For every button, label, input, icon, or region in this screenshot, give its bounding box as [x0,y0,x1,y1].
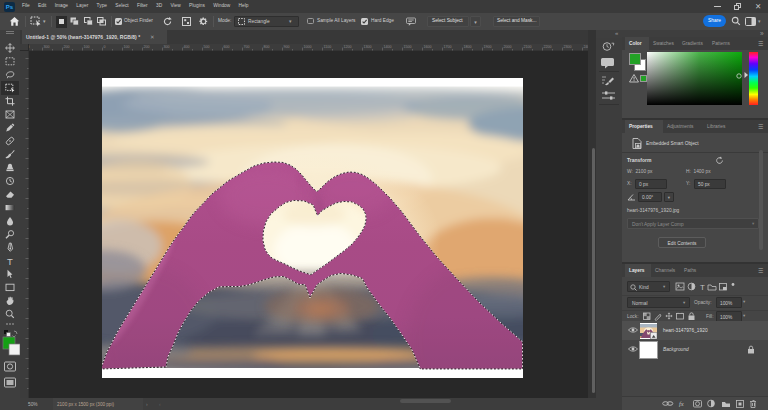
svg-text:1500: 1500 [404,45,412,49]
svg-text:400: 400 [184,45,190,49]
svg-text:fx: fx [679,400,684,407]
svg-text:2000: 2000 [504,45,512,49]
svg-text:2300: 2300 [564,45,572,49]
svg-text:T: T [700,283,705,292]
svg-text:1900: 1900 [484,45,492,49]
svg-text:T: T [7,256,13,267]
svg-text:100: 100 [84,45,90,49]
svg-text:0: 0 [104,45,106,49]
svg-text:300: 300 [164,45,170,49]
svg-text:1400: 1400 [384,45,392,49]
svg-text:1200: 1200 [344,45,352,49]
svg-text:800: 800 [264,45,270,49]
svg-text:100: 100 [124,45,130,49]
svg-text:300: 300 [44,45,50,49]
svg-text:600: 600 [224,45,230,49]
svg-text:500: 500 [204,45,210,49]
svg-text:700: 700 [244,45,250,49]
svg-text:1300: 1300 [364,45,372,49]
svg-text:2200: 2200 [544,45,552,49]
svg-text:900: 900 [284,45,290,49]
svg-text:1100: 1100 [324,45,332,49]
svg-text:2100: 2100 [524,45,532,49]
svg-text:1700: 1700 [444,45,452,49]
svg-text:200: 200 [144,45,150,49]
svg-text:1800: 1800 [464,45,472,49]
svg-text:1000: 1000 [304,45,312,49]
svg-text:200: 200 [64,45,70,49]
svg-text:1600: 1600 [424,45,432,49]
